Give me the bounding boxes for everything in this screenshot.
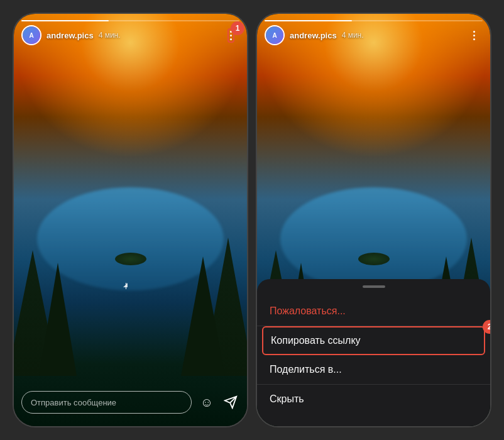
message-placeholder: Отправить сообщение: [31, 398, 116, 407]
avatar-inner-right: A: [266, 26, 283, 44]
sailboat: [123, 282, 128, 289]
story-header-right: A andrew.pics 4 мин.: [265, 25, 483, 45]
report-item[interactable]: Пожаловаться...: [257, 297, 490, 326]
copy-link-item[interactable]: Копировать ссылку: [262, 326, 485, 355]
island-right: [358, 253, 390, 265]
more-button-left[interactable]: 1: [222, 26, 239, 44]
bottom-bar: Отправить сообщение ☺: [21, 391, 239, 414]
left-username: andrew.pics: [47, 31, 94, 40]
left-time: 4 мин.: [99, 31, 121, 40]
rdot1: [473, 31, 475, 33]
app-container: A andrew.pics 4 мин. 1 Отправить сообщен…: [0, 0, 504, 440]
island: [115, 253, 146, 265]
progress-fill: [21, 20, 109, 21]
rdot2: [473, 35, 475, 36]
sheet-handle: [363, 285, 385, 288]
dot2: [230, 35, 232, 36]
dot3: [230, 38, 232, 40]
hide-item[interactable]: Скрыть: [257, 385, 490, 414]
emoji-button[interactable]: ☺: [198, 393, 216, 411]
bottom-sheet: Пожаловаться... Копировать ссылку 2 Поде…: [257, 279, 490, 426]
dots-icon-right: [473, 31, 475, 40]
left-phone: A andrew.pics 4 мин. 1 Отправить сообщен…: [13, 13, 248, 427]
right-time: 4 мин.: [342, 31, 364, 40]
right-phone: A andrew.pics 4 мин. Пожаловаться... Коп…: [256, 13, 491, 427]
message-input[interactable]: Отправить сообщение: [21, 391, 192, 414]
share-item[interactable]: Поделиться в...: [257, 355, 490, 385]
avatar-right: A: [265, 25, 285, 45]
progress-bar: [21, 20, 239, 21]
right-username: andrew.pics: [290, 31, 337, 40]
avatar-inner: A: [23, 26, 40, 44]
rdot3: [473, 38, 475, 40]
story-header: A andrew.pics 4 мин. 1: [21, 25, 239, 45]
send-button[interactable]: [222, 393, 239, 411]
badge-1: 1: [231, 21, 244, 35]
more-button-right[interactable]: [465, 26, 483, 44]
progress-fill-right: [265, 20, 352, 21]
progress-bar-right: [265, 20, 483, 21]
avatar: A: [21, 25, 41, 45]
